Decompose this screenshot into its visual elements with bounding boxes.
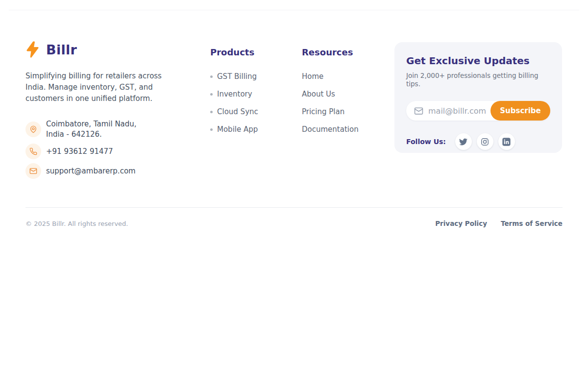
linkedin-icon [502,138,511,146]
subscribe-form: Subscribe [406,101,550,121]
contact-email[interactable]: support@ambarerp.com [25,163,187,179]
linkedin-button[interactable] [498,133,515,150]
twitter-icon [459,138,467,146]
link-gst-billing[interactable]: GST Billing [210,68,258,85]
products-column: Products GST Billing Inventory Cloud Syn… [210,47,258,138]
twitter-button[interactable] [455,133,472,150]
phone-icon [25,144,41,159]
lightning-bolt-icon [25,41,40,58]
address-line-2: India - 642126. [46,129,137,140]
link-inventory[interactable]: Inventory [210,85,258,103]
address-line-1: Coimbatore, Tamil Nadu, [46,119,137,129]
top-divider [9,10,579,10]
products-links: GST Billing Inventory Cloud Sync Mobile … [210,68,258,138]
instagram-button[interactable] [477,133,493,150]
link-home[interactable]: Home [302,68,359,85]
email-text: support@ambarerp.com [46,166,136,176]
link-label: GST Billing [217,72,257,81]
bullet-dot [210,128,213,131]
terms-of-service-link[interactable]: Terms of Service [501,220,563,227]
link-label: Cloud Sync [217,107,258,116]
map-pin-icon [25,122,41,137]
page: Billr Simplifying billing for retailers … [0,0,588,392]
brand-tagline: Simplifying billing for retailers across… [25,71,178,104]
link-pricing-plan[interactable]: Pricing Plan [302,103,359,121]
brand-logo[interactable]: Billr [25,41,187,58]
contact-address: Coimbatore, Tamil Nadu, India - 642126. [25,119,187,140]
email-input[interactable] [428,106,494,116]
mail-icon [414,106,423,116]
bottom-bar: © 2025 Billr. All rights reserved. Priva… [25,220,563,227]
contact-phone[interactable]: +91 93612 91477 [25,144,187,159]
bullet-dot [210,75,213,78]
privacy-policy-link[interactable]: Privacy Policy [435,220,487,227]
brand-name: Billr [46,42,77,57]
mail-icon [25,163,41,179]
follow-label: Follow Us: [406,138,446,146]
address-text: Coimbatore, Tamil Nadu, India - 642126. [46,119,137,140]
contact-list: Coimbatore, Tamil Nadu, India - 642126. … [25,119,187,179]
subscribe-button[interactable]: Subscribe [490,101,550,121]
link-label: Inventory [217,90,252,98]
resources-column: Resources Home About Us Pricing Plan Doc… [302,47,359,138]
phone-text: +91 93612 91477 [46,147,113,157]
follow-row: Follow Us: [406,133,550,150]
newsletter-subtitle: Join 2,000+ professionals getting billin… [406,72,550,88]
link-label: Documentation [302,125,359,134]
bottom-divider [25,207,563,208]
link-label: Home [302,72,323,81]
link-label: Mobile App [217,125,258,134]
products-title: Products [210,47,258,57]
instagram-icon [481,138,489,146]
newsletter-title: Get Exclusive Updates [406,55,550,67]
copyright-text: © 2025 Billr. All rights reserved. [25,220,128,227]
link-about-us[interactable]: About Us [302,85,359,103]
link-label: About Us [302,90,335,98]
resources-title: Resources [302,47,359,57]
bullet-dot [210,111,213,113]
legal-links: Privacy Policy Terms of Service [435,220,563,227]
newsletter-card: Get Exclusive Updates Join 2,000+ profes… [394,42,562,153]
resources-links: Home About Us Pricing Plan Documentation [302,68,359,138]
link-label: Pricing Plan [302,107,344,116]
link-cloud-sync[interactable]: Cloud Sync [210,103,258,121]
bullet-dot [210,93,213,96]
link-mobile-app[interactable]: Mobile App [210,121,258,138]
brand-column: Billr Simplifying billing for retailers … [25,41,187,183]
link-documentation[interactable]: Documentation [302,121,359,138]
